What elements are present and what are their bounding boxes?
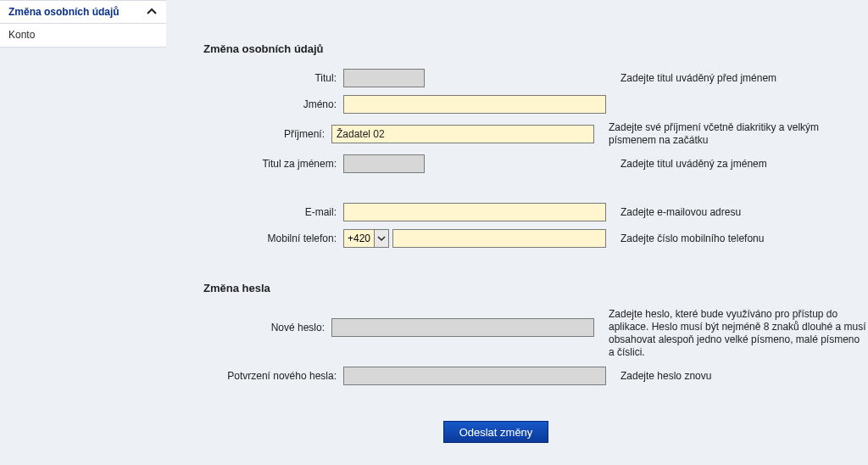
sidebar-item-personal[interactable]: Změna osobních údajů xyxy=(0,0,166,24)
label-prijmeni: Příjmení: xyxy=(203,128,331,140)
label-titul-za: Titul za jménem: xyxy=(203,158,343,170)
input-telefon[interactable] xyxy=(392,229,606,248)
label-jmeno: Jméno: xyxy=(203,98,343,110)
input-nove-heslo[interactable] xyxy=(331,318,594,337)
label-potvrz-heslo: Potvrzení nového hesla: xyxy=(203,370,343,382)
row-titul-za: Titul za jménem: Zadejte titul uváděný z… xyxy=(203,154,868,173)
label-titul: Titul: xyxy=(203,72,343,84)
main-content: Změna osobních údajů Titul: Zadejte titu… xyxy=(166,0,868,465)
section-title-personal: Změna osobních údajů xyxy=(203,42,868,55)
input-titul[interactable] xyxy=(343,69,425,87)
sidebar-item-label: Změna osobních údajů xyxy=(8,1,120,24)
help-titul-za: Zadejte titul uváděný za jménem xyxy=(609,158,767,171)
label-nove-heslo: Nové heslo: xyxy=(203,308,331,333)
row-nove-heslo: Nové heslo: Zadejte heslo, které bude vy… xyxy=(203,308,868,359)
row-potvrz-heslo: Potvrzení nového hesla: Zadejte heslo zn… xyxy=(203,367,868,385)
telefon-prefix-dropdown[interactable] xyxy=(374,229,389,248)
input-potvrz-heslo[interactable] xyxy=(343,367,606,385)
help-prijmeni: Zadejte své příjmení včetně diakritiky a… xyxy=(597,121,868,147)
help-nove-heslo: Zadejte heslo, které bude využíváno pro … xyxy=(597,308,868,359)
row-titul: Titul: Zadejte titul uváděný před jménem xyxy=(203,69,868,87)
help-potvrz-heslo: Zadejte heslo znovu xyxy=(609,370,711,383)
help-email: Zadejte e-mailovou adresu xyxy=(609,206,741,219)
submit-button[interactable]: Odeslat změny xyxy=(443,421,549,443)
help-telefon: Zadejte číslo mobilního telefonu xyxy=(609,232,764,245)
input-titul-za[interactable] xyxy=(343,154,425,173)
help-titul: Zadejte titul uváděný před jménem xyxy=(609,72,776,85)
input-prijmeni[interactable] xyxy=(331,125,594,143)
row-prijmeni: Příjmení: Zadejte své příjmení včetně di… xyxy=(203,121,868,147)
row-email: E-mail: Zadejte e-mailovou adresu xyxy=(203,203,868,221)
input-email[interactable] xyxy=(343,203,606,221)
label-email: E-mail: xyxy=(203,206,343,218)
label-telefon: Mobilní telefon: xyxy=(203,232,343,244)
sidebar: Změna osobních údajů Konto xyxy=(0,0,166,465)
input-telefon-prefix[interactable] xyxy=(343,229,374,248)
row-jmeno: Jméno: xyxy=(203,95,868,114)
sidebar-item-label: Konto xyxy=(8,29,35,41)
sidebar-item-konto[interactable]: Konto xyxy=(0,24,166,48)
chevron-down-icon xyxy=(377,235,386,242)
section-title-password: Změna hesla xyxy=(203,282,868,294)
chevron-up-icon xyxy=(146,8,158,16)
input-jmeno[interactable] xyxy=(343,95,606,114)
row-telefon: Mobilní telefon: Zadejte číslo mobilního… xyxy=(203,229,868,248)
